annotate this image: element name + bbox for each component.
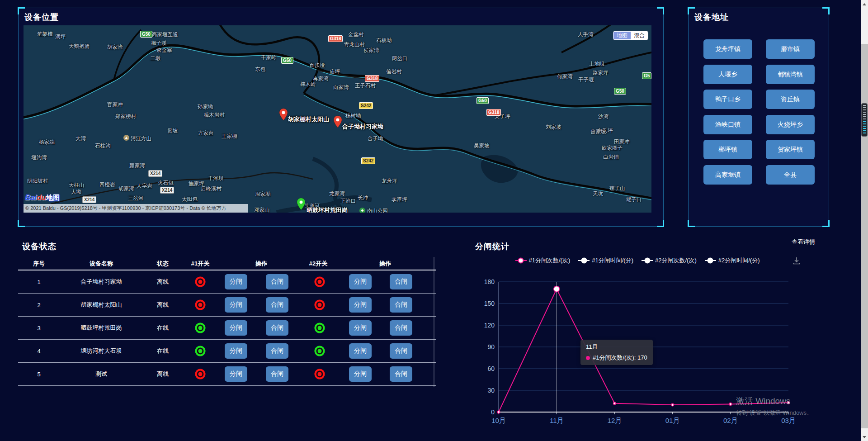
map-type-option-map[interactable]: 地图 xyxy=(613,32,631,39)
address-button[interactable]: 资丘镇 xyxy=(766,90,815,109)
address-button[interactable]: 大堰乡 xyxy=(703,65,752,84)
open-switch1-button[interactable]: 分闸 xyxy=(225,274,247,289)
road-badge-g318: G318 xyxy=(328,35,343,42)
open-switch1-button[interactable]: 分闸 xyxy=(225,343,247,359)
download-icon[interactable] xyxy=(792,256,801,267)
map-type-option-hybrid[interactable]: 混合 xyxy=(631,32,648,39)
scrollbar-marker-widget xyxy=(861,103,868,137)
view-details-link[interactable]: 查看详情 xyxy=(792,238,815,246)
map-place-label: 龙舟坪 xyxy=(382,179,397,184)
panel-corner xyxy=(657,7,664,14)
map-place-label: 土地咀 xyxy=(589,62,605,67)
map-place-label: 天柱山 xyxy=(69,183,85,188)
road-badge-g50: G50 xyxy=(476,97,489,104)
table-scrollbar[interactable] xyxy=(434,257,434,387)
address-button[interactable]: 全县 xyxy=(766,165,815,185)
device-name: 塘坊河村大石坝 xyxy=(81,347,122,355)
map-place-label: 李潭坪 xyxy=(392,197,407,203)
chart-legend: #1分闸次数/(次)#1分闸时间/(分)#2分闸次数/(次)#2分闸时间/(分) xyxy=(497,256,778,265)
scrollbar-up-arrow[interactable] xyxy=(861,0,868,8)
tooltip-series-dot xyxy=(586,356,590,360)
map-place-label: 胡家湾 xyxy=(107,45,123,50)
close-switch1-button[interactable]: 合闸 xyxy=(266,366,288,382)
close-switch1-button[interactable]: 合闸 xyxy=(266,320,288,336)
open-switch2-button[interactable]: 分闸 xyxy=(349,320,372,336)
open-switch1-button[interactable]: 分闸 xyxy=(225,320,247,336)
row-number: 2 xyxy=(37,302,40,308)
svg-text:90: 90 xyxy=(487,343,495,351)
close-switch2-button[interactable]: 合闸 xyxy=(390,297,412,313)
legend-item[interactable]: #2分闸次数/(次) xyxy=(642,256,697,265)
map-place-label: 金盆村 xyxy=(348,32,364,38)
address-button[interactable]: 鸭子口乡 xyxy=(703,90,752,109)
map-place-label: 天鹅抱蛋 xyxy=(69,44,90,49)
svg-text:120: 120 xyxy=(484,322,495,329)
map-pin-red[interactable] xyxy=(333,115,342,128)
svg-text:30: 30 xyxy=(487,387,495,394)
map-place-label: 紫金寨 xyxy=(156,48,172,53)
open-switch2-button[interactable]: 分闸 xyxy=(349,366,372,382)
close-switch2-button[interactable]: 合闸 xyxy=(390,320,412,336)
panel-corner xyxy=(18,7,25,14)
map-place-label: 田家冲 xyxy=(614,139,630,145)
close-switch1-button[interactable]: 合闸 xyxy=(266,343,288,359)
close-switch2-button[interactable]: 合闸 xyxy=(390,343,412,359)
close-switch1-button[interactable]: 合闸 xyxy=(266,297,288,313)
svg-text:0: 0 xyxy=(491,408,495,416)
status-text: 在线 xyxy=(157,347,169,355)
address-button[interactable]: 高家堰镇 xyxy=(703,165,752,185)
open-switch1-button[interactable]: 分闸 xyxy=(225,297,247,313)
row-number: 3 xyxy=(37,325,40,332)
map-poi-label: 清江方山 xyxy=(131,136,151,142)
map-place-label: 樟木岩村 xyxy=(204,113,225,118)
map-type-control[interactable]: 地图混合 xyxy=(613,31,648,40)
map-place-label: 刘家坡 xyxy=(546,125,561,130)
address-button[interactable]: 榔坪镇 xyxy=(703,140,752,159)
map-place-label: 堰沟湾 xyxy=(31,155,47,161)
close-switch2-button[interactable]: 合闸 xyxy=(390,366,412,382)
legend-item[interactable]: #2分闸时间/(分) xyxy=(705,256,760,265)
map-place-label: 人字岩 xyxy=(137,184,152,189)
trip-statistics-title: 分闸统计 xyxy=(475,241,509,252)
map-place-label: 四橙岩 xyxy=(99,182,115,188)
device-location-panel: 设备位置 笔架槽洞坪天鹅抱蛋胡家湾高家堰互通梅子溪紫金寨二墩金盆 xyxy=(18,8,664,227)
map-pin-label: 合子坳村习家坳 xyxy=(342,123,383,129)
map-place-label: 洞坪 xyxy=(55,34,66,40)
column-header: 状态 xyxy=(157,260,169,268)
road-badge-x214: X214 xyxy=(82,196,96,203)
map-pin-label: 胡家棚村太阳山 xyxy=(288,116,329,122)
panel-corner xyxy=(18,220,25,227)
map-place-label: 后峰溪村 xyxy=(201,186,222,192)
map-place-label: 笔架槽 xyxy=(37,32,53,37)
address-button[interactable]: 磨市镇 xyxy=(766,39,815,59)
panel-corner xyxy=(822,7,830,14)
baidu-map[interactable]: 笔架槽洞坪天鹅抱蛋胡家湾高家堰互通梅子溪紫金寨二墩金盆村石板坳青龙山村侯家湾千家… xyxy=(24,25,651,213)
page-scrollbar-thumb[interactable] xyxy=(861,44,868,428)
switch1-indicator-red xyxy=(195,277,206,287)
map-place-label: 欧家圈子 xyxy=(602,146,623,151)
close-switch1-button[interactable]: 合闸 xyxy=(266,274,288,289)
park-icon: ♣ xyxy=(359,208,365,213)
device-address-title: 设备地址 xyxy=(694,12,729,23)
address-button[interactable]: 火烧坪乡 xyxy=(766,115,815,134)
map-place-label: 颜家湾 xyxy=(129,163,145,169)
map-place-label: 何家湾 xyxy=(557,74,573,80)
scrollbar-down-arrow[interactable] xyxy=(861,433,868,441)
column-header: 设备名称 xyxy=(90,260,113,268)
address-button[interactable]: 贺家坪镇 xyxy=(766,140,815,159)
open-switch2-button[interactable]: 分闸 xyxy=(349,297,372,313)
address-button[interactable]: 龙舟坪镇 xyxy=(703,39,752,59)
legend-item[interactable]: #1分闸次数/(次) xyxy=(515,256,571,265)
map-pin-red[interactable] xyxy=(279,108,288,121)
map-pin-green[interactable] xyxy=(297,198,306,210)
open-switch2-button[interactable]: 分闸 xyxy=(349,274,372,289)
address-button[interactable]: 渔峡口镇 xyxy=(703,115,752,134)
status-text: 离线 xyxy=(157,370,169,378)
map-place-label: 石板坳 xyxy=(376,38,392,43)
open-switch1-button[interactable]: 分闸 xyxy=(225,366,247,382)
open-switch2-button[interactable]: 分闸 xyxy=(349,343,372,359)
address-button[interactable]: 都镇湾镇 xyxy=(766,65,815,84)
close-switch2-button[interactable]: 合闸 xyxy=(390,274,412,289)
legend-item[interactable]: #1分闸时间/(分) xyxy=(578,256,633,265)
status-text: 离线 xyxy=(157,278,169,286)
